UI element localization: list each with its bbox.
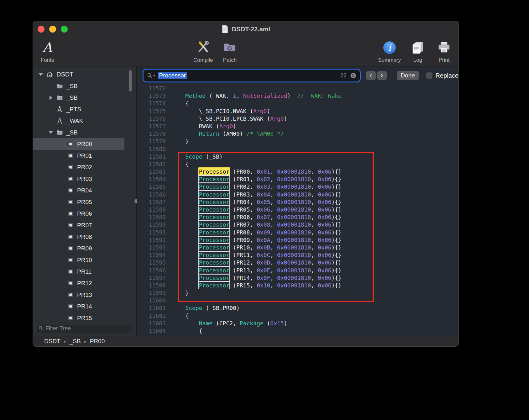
sidebar-item-pr09[interactable]: PR09 (33, 243, 124, 254)
sidebar-item-wak[interactable]: _WAK (33, 115, 124, 127)
navigation-tree: DSDT_SB_SB_PTS_WAK_SBPR00PR01PR02PR03PR0… (33, 66, 136, 324)
sidebar-item-pr07[interactable]: PR07 (33, 219, 124, 231)
disclosure-triangle-icon[interactable] (47, 96, 55, 100)
sidebar-item-pts[interactable]: _PTS (33, 103, 124, 115)
find-match: Processor (199, 267, 230, 274)
toolbar-item-fonts[interactable]: AFonts (38, 39, 57, 63)
find-match: Processor (199, 282, 230, 289)
search-options-chevron-icon: ▾ (153, 74, 155, 78)
code-text: Processor (PR01, 0x02, 0x00001810, 0x06)… (172, 176, 342, 183)
find-match: Processor (199, 244, 230, 251)
code-line: 11594 Processor (PR11, 0x0C, 0x00001810,… (137, 251, 458, 259)
processor-icon (65, 268, 75, 275)
sidebar-item-sb[interactable]: _SB (33, 92, 124, 103)
line-number: 11594 (137, 251, 166, 259)
match-count: 22 (340, 72, 347, 79)
find-next-button[interactable]: › (377, 71, 387, 80)
sidebar-item-label: PR09 (77, 245, 92, 252)
toolbar-item-compile[interactable]: Compile (193, 39, 213, 63)
code-line: 11600 (137, 297, 458, 304)
zoom-button[interactable] (61, 26, 68, 33)
breadcrumb-item[interactable]: DSDT (44, 338, 60, 345)
find-navigation-segment: ‹ › (366, 71, 387, 80)
code-line: 11599 } (137, 289, 458, 297)
breadcrumb-item[interactable]: _SB (70, 338, 81, 345)
find-match: Processor (199, 214, 230, 220)
code-text: \_SB.PCI0.NWAK (Arg0) (172, 108, 270, 115)
processor-icon (65, 256, 75, 264)
breadcrumb-separator-icon: ▸ (84, 339, 86, 344)
sidebar-item-pr11[interactable]: PR11 (33, 266, 124, 277)
code-text: Processor (PR07, 0x08, 0x00001810, 0x06)… (172, 221, 342, 228)
code-text: { (172, 100, 189, 107)
log-icon (411, 39, 425, 56)
processor-icon (65, 291, 75, 298)
minimize-button[interactable] (49, 26, 56, 33)
breadcrumb: DSDT▸_SB▸PR00 (44, 338, 105, 345)
summary-icon: i (382, 39, 397, 56)
sidebar-item-sb[interactable]: _SB (33, 127, 124, 138)
method-icon (55, 117, 64, 124)
sidebar-item-pr13[interactable]: PR13 (33, 289, 124, 301)
sidebar-item-label: PR12 (77, 280, 92, 287)
sidebar-item-pr08[interactable]: PR08 (33, 231, 124, 243)
sidebar: DSDT_SB_SB_PTS_WAK_SBPR00PR01PR02PR03PR0… (33, 66, 136, 336)
close-button[interactable] (38, 26, 45, 33)
find-match: Processor (199, 199, 230, 205)
code-text: { (172, 327, 202, 335)
toolbar-item-print[interactable]: Print (435, 39, 453, 63)
sidebar-item-pr04[interactable]: PR04 (33, 185, 124, 196)
code-line: 11576 \_SB.PCI0.LPCB.SWAK (Arg0) (137, 115, 458, 123)
line-number: 11575 (137, 108, 166, 115)
toolbar-item-summary[interactable]: iSummary (378, 39, 401, 63)
replace-checkbox[interactable] (426, 72, 433, 79)
sidebar-item-pr10[interactable]: PR10 (33, 254, 124, 266)
disclosure-triangle-icon[interactable] (37, 73, 45, 76)
clear-search-icon[interactable] (350, 72, 356, 79)
filter-tree-field[interactable]: Filter Tree (35, 324, 132, 333)
toolbar-item-log[interactable]: Log (408, 39, 427, 63)
code-line: 11577 RWAK (Arg0) (137, 123, 458, 130)
processor-icon (65, 280, 75, 287)
folder-icon (55, 82, 64, 90)
processor-icon (65, 198, 75, 206)
sidebar-item-pr03[interactable]: PR03 (33, 173, 124, 185)
code-text: Method (_WAK, 1, NotSerialized) // _WAK:… (172, 92, 342, 100)
print-icon (437, 39, 451, 56)
sidebar-item-dsdt[interactable]: DSDT (33, 69, 124, 80)
editor-pane: ▾ Processor 22 ‹ › Done (137, 66, 458, 336)
code-editor[interactable]: 1157211573 Method (_WAK, 1, NotSerialize… (137, 85, 458, 336)
sidebar-item-pr14[interactable]: PR14 (33, 301, 124, 312)
search-icon[interactable]: ▾ (147, 73, 155, 78)
code-line: 11602 { (137, 312, 458, 320)
sidebar-item-pr06[interactable]: PR06 (33, 208, 124, 219)
window-controls (38, 21, 68, 37)
toolbar-item-patch[interactable]: Patch (220, 39, 239, 63)
done-button[interactable]: Done (396, 71, 419, 80)
disclosure-triangle-icon[interactable] (47, 131, 55, 134)
code-text: Processor (PR12, 0x0D, 0x00001810, 0x06)… (172, 259, 342, 266)
toolbar-item-label: Fonts (41, 57, 54, 63)
processor-icon (65, 140, 75, 148)
find-field[interactable]: ▾ Processor 22 (144, 70, 360, 81)
code-line: 11575 \_SB.PCI0.NWAK (Arg0) (137, 108, 458, 115)
processor-icon (65, 245, 75, 252)
breadcrumb-item[interactable]: PR00 (90, 338, 105, 345)
find-previous-button[interactable]: ‹ (366, 71, 376, 80)
sidebar-item-pr01[interactable]: PR01 (33, 150, 124, 161)
code-line: 11574 { (137, 100, 458, 107)
sidebar-item-pr12[interactable]: PR12 (33, 277, 124, 289)
line-number: 11597 (137, 274, 166, 282)
code-text: Processor (PR05, 0x06, 0x00001810, 0x06)… (172, 206, 342, 213)
code-text: Processor (PR06, 0x07, 0x00001810, 0x06)… (172, 213, 342, 221)
code-text: } (172, 289, 189, 297)
sidebar-item-sb[interactable]: _SB (33, 80, 124, 92)
find-query-text: Processor (158, 72, 187, 79)
sidebar-scrollbar-thumb[interactable] (129, 70, 132, 92)
sidebar-item-pr05[interactable]: PR05 (33, 196, 124, 208)
sidebar-item-pr02[interactable]: PR02 (33, 161, 124, 173)
sidebar-item-pr15[interactable]: PR15 (33, 312, 124, 324)
sidebar-item-pr00[interactable]: PR00 (33, 138, 124, 150)
toolbar-item-label: Summary (378, 57, 401, 63)
code-line: 11572 (137, 85, 458, 92)
